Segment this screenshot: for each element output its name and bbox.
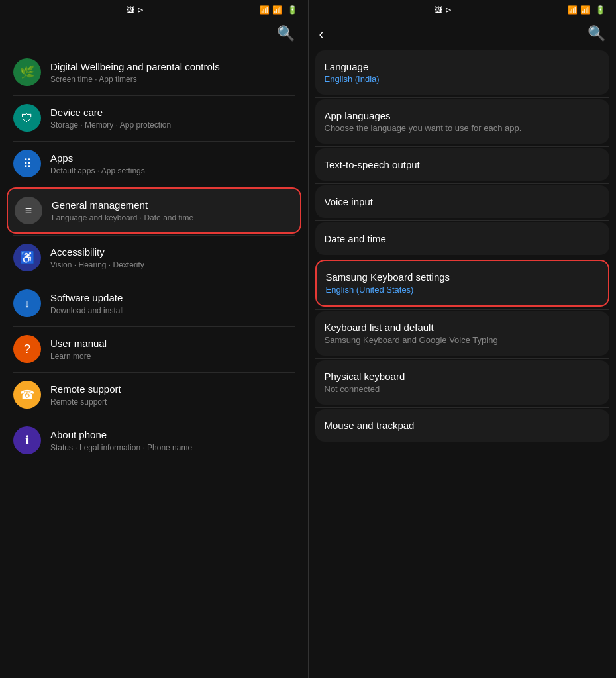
icon-digital-wellbeing: 🌿 bbox=[13, 58, 41, 86]
icon-device-care: 🛡 bbox=[13, 104, 41, 132]
right-subtitle-app-languages: Choose the language you want to use for … bbox=[325, 123, 601, 133]
item-text-digital-wellbeing: Digital Wellbeing and parental controls … bbox=[50, 60, 295, 84]
right-item-language[interactable]: Language English (India) bbox=[315, 50, 610, 95]
item-subtitle-general-management: Language and keyboard · Date and time bbox=[52, 213, 293, 222]
right-list: Language English (India) App languages C… bbox=[309, 48, 617, 678]
cast-icon-r: ⊳ bbox=[445, 5, 452, 15]
icon-apps: ⠿ bbox=[13, 150, 41, 177]
item-title-accessibility: Accessibility bbox=[50, 246, 295, 259]
left-notif-icons: 🖼 ⊳ bbox=[127, 5, 144, 15]
icon-remote-support: ☎ bbox=[13, 381, 41, 409]
settings-item-accessibility[interactable]: ♿ Accessibility Vision · Hearing · Dexte… bbox=[7, 236, 301, 279]
icon-general-management: ≡ bbox=[15, 197, 42, 224]
right-status-bar: 🖼 ⊳ 📶 📶 🔋 bbox=[309, 0, 617, 17]
settings-item-digital-wellbeing[interactable]: 🌿 Digital Wellbeing and parental control… bbox=[7, 50, 301, 94]
settings-item-software-update[interactable]: ↓ Software update Download and install bbox=[7, 281, 301, 325]
right-title-mouse-trackpad: Mouse and trackpad bbox=[325, 420, 601, 431]
signal-icon-r: 📶 bbox=[580, 5, 590, 15]
item-subtitle-device-care: Storage · Memory · App protection bbox=[50, 121, 295, 130]
right-divider-0 bbox=[315, 97, 610, 98]
right-divider-4 bbox=[315, 258, 610, 258]
battery-icon-r: 🔋 bbox=[595, 5, 605, 15]
right-divider-1 bbox=[315, 146, 610, 147]
right-subtitle-physical-keyboard: Not connected bbox=[325, 384, 601, 394]
right-title-date-and-time: Date and time bbox=[325, 233, 601, 244]
cast-icon: ⊳ bbox=[137, 5, 144, 15]
icon-accessibility: ♿ bbox=[13, 244, 41, 271]
right-title-physical-keyboard: Physical keyboard bbox=[325, 371, 601, 382]
wifi-icon-r: 📶 bbox=[568, 5, 578, 15]
settings-item-apps[interactable]: ⠿ Apps Default apps · App settings bbox=[7, 142, 301, 185]
right-notif-icons: 🖼 ⊳ bbox=[435, 5, 452, 15]
item-subtitle-remote-support: Remote support bbox=[50, 397, 295, 407]
signal-icon: 📶 bbox=[272, 5, 282, 15]
right-item-keyboard-list[interactable]: Keyboard list and default Samsung Keyboa… bbox=[315, 311, 610, 356]
item-title-apps: Apps bbox=[50, 152, 295, 165]
item-title-about-phone: About phone bbox=[50, 428, 295, 442]
item-title-device-care: Device care bbox=[50, 106, 295, 119]
right-divider-6 bbox=[315, 358, 610, 359]
item-title-user-manual: User manual bbox=[50, 337, 295, 350]
right-divider-7 bbox=[315, 407, 610, 408]
gallery-icon: 🖼 bbox=[127, 5, 134, 15]
right-search-icon[interactable]: 🔍 bbox=[588, 25, 605, 42]
left-status-bar: 🖼 ⊳ 📶 📶 🔋 bbox=[0, 0, 308, 17]
item-text-general-management: General management Language and keyboard… bbox=[52, 199, 293, 222]
right-divider-2 bbox=[315, 183, 610, 184]
icon-user-manual: ? bbox=[13, 335, 41, 363]
item-title-digital-wellbeing: Digital Wellbeing and parental controls bbox=[50, 60, 295, 73]
settings-item-user-manual[interactable]: ? User manual Learn more bbox=[7, 327, 301, 371]
right-item-mouse-trackpad[interactable]: Mouse and trackpad bbox=[315, 409, 610, 442]
right-item-date-and-time[interactable]: Date and time bbox=[315, 222, 610, 255]
icon-software-update: ↓ bbox=[13, 289, 41, 317]
settings-item-about-phone[interactable]: ℹ About phone Status · Legal information… bbox=[7, 418, 301, 462]
search-icon[interactable]: 🔍 bbox=[277, 25, 295, 42]
right-status-icons: 📶 📶 🔋 bbox=[568, 5, 605, 15]
right-item-voice-input[interactable]: Voice input bbox=[315, 185, 610, 218]
item-text-device-care: Device care Storage · Memory · App prote… bbox=[50, 106, 295, 130]
right-item-physical-keyboard[interactable]: Physical keyboard Not connected bbox=[315, 360, 610, 405]
item-text-software-update: Software update Download and install bbox=[50, 291, 295, 315]
right-title-keyboard-list: Keyboard list and default bbox=[325, 322, 601, 333]
back-title-group: ‹ bbox=[319, 26, 329, 42]
battery-icon: 🔋 bbox=[287, 5, 297, 15]
settings-item-general-management[interactable]: ≡ General management Language and keyboa… bbox=[7, 187, 301, 234]
wifi-icon: 📶 bbox=[260, 5, 270, 15]
left-status-icons: 📶 📶 🔋 bbox=[260, 5, 297, 15]
settings-item-device-care[interactable]: 🛡 Device care Storage · Memory · App pro… bbox=[7, 96, 301, 140]
item-text-user-manual: User manual Learn more bbox=[50, 337, 295, 361]
right-header: ‹ 🔍 bbox=[309, 17, 617, 48]
right-title-language: Language bbox=[325, 61, 601, 72]
settings-list: 🌿 Digital Wellbeing and parental control… bbox=[0, 48, 308, 678]
item-subtitle-about-phone: Status · Legal information · Phone name bbox=[50, 443, 295, 452]
right-item-text-to-speech[interactable]: Text-to-speech output bbox=[315, 148, 610, 181]
right-item-app-languages[interactable]: App languages Choose the language you wa… bbox=[315, 99, 610, 144]
right-title-app-languages: App languages bbox=[325, 110, 601, 121]
item-subtitle-digital-wellbeing: Screen time · App timers bbox=[50, 75, 295, 84]
right-subtitle-language: English (India) bbox=[325, 74, 601, 84]
gallery-icon-r: 🖼 bbox=[435, 5, 442, 15]
item-title-software-update: Software update bbox=[50, 291, 295, 305]
item-title-remote-support: Remote support bbox=[50, 383, 295, 396]
item-title-general-management: General management bbox=[52, 199, 293, 212]
right-divider-5 bbox=[315, 309, 610, 310]
settings-header: 🔍 bbox=[0, 17, 308, 48]
right-divider-3 bbox=[315, 220, 610, 221]
right-subtitle-samsung-keyboard: English (United States) bbox=[326, 285, 599, 295]
right-panel: 🖼 ⊳ 📶 📶 🔋 ‹ 🔍 Language English (India) A… bbox=[309, 0, 617, 678]
item-text-about-phone: About phone Status · Legal information ·… bbox=[50, 428, 295, 452]
right-title-samsung-keyboard: Samsung Keyboard settings bbox=[326, 271, 599, 283]
right-title-text-to-speech: Text-to-speech output bbox=[325, 159, 601, 170]
left-panel: 🖼 ⊳ 📶 📶 🔋 🔍 🌿 Digital Wellbeing and pare… bbox=[0, 0, 308, 678]
back-icon[interactable]: ‹ bbox=[319, 26, 324, 42]
right-title-voice-input: Voice input bbox=[325, 196, 601, 207]
item-subtitle-software-update: Download and install bbox=[50, 306, 295, 315]
right-item-samsung-keyboard[interactable]: Samsung Keyboard settings English (Unite… bbox=[315, 260, 610, 307]
icon-about-phone: ℹ bbox=[13, 426, 41, 454]
settings-item-remote-support[interactable]: ☎ Remote support Remote support bbox=[7, 373, 301, 416]
right-subtitle-keyboard-list: Samsung Keyboard and Google Voice Typing bbox=[325, 335, 601, 345]
item-text-remote-support: Remote support Remote support bbox=[50, 383, 295, 407]
item-subtitle-user-manual: Learn more bbox=[50, 352, 295, 361]
item-text-accessibility: Accessibility Vision · Hearing · Dexteri… bbox=[50, 246, 295, 269]
item-subtitle-apps: Default apps · App settings bbox=[50, 166, 295, 175]
